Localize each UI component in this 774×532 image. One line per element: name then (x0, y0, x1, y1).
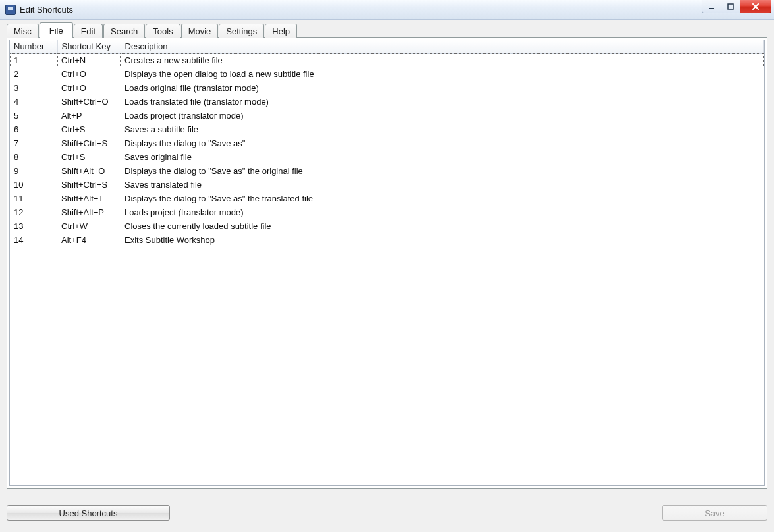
app-icon (5, 5, 16, 15)
maximize-button[interactable] (721, 0, 740, 13)
cell-number: 8 (10, 150, 57, 164)
tab-label: Edit (81, 26, 96, 36)
cell-description: Loads translated file (translator mode) (121, 95, 764, 109)
tab-movie[interactable]: Movie (181, 24, 219, 38)
titlebar: Edit Shortcuts (0, 0, 774, 20)
cell-number: 4 (10, 95, 57, 109)
cell-number: 10 (10, 178, 57, 192)
cell-key: Ctrl+S (57, 150, 121, 164)
cell-key: Ctrl+W (57, 219, 121, 233)
tab-file[interactable]: File (40, 22, 73, 38)
table-row[interactable]: 7Shift+Ctrl+SDisplays the dialog to "Sav… (10, 136, 764, 150)
cell-description: Loads project (translator mode) (121, 109, 764, 122)
save-button[interactable]: Save (662, 505, 767, 521)
cell-key: Shift+Ctrl+S (57, 178, 121, 192)
cell-number: 3 (10, 81, 57, 95)
minimize-button[interactable] (702, 0, 721, 13)
tab-label: File (49, 26, 63, 36)
window-body: Misc File Edit Search Tools Movie Settin… (0, 20, 774, 532)
cell-description: Closes the currently loaded subtitle fil… (121, 219, 764, 233)
tab-label: Help (272, 26, 290, 36)
table-row[interactable]: 5Alt+PLoads project (translator mode) (10, 109, 764, 122)
tab-tools[interactable]: Tools (146, 24, 180, 38)
cell-key: Alt+F4 (57, 233, 121, 247)
cell-number: 14 (10, 233, 57, 247)
cell-number: 2 (10, 67, 57, 81)
table-row[interactable]: 4Shift+Ctrl+OLoads translated file (tran… (10, 95, 764, 109)
svg-rect-1 (728, 4, 733, 9)
cell-key: Shift+Ctrl+O (57, 95, 121, 109)
tab-label: Search (111, 26, 138, 36)
cell-description: Saves a subtitle file (121, 122, 764, 136)
shortcut-table-container: Number Shortcut Key Description 1Ctrl+NC… (9, 40, 765, 486)
cell-key: Shift+Alt+O (57, 164, 121, 178)
cell-key: Shift+Alt+P (57, 205, 121, 219)
tab-settings[interactable]: Settings (219, 24, 264, 38)
bottom-bar: Used Shortcuts Save (7, 489, 767, 525)
svg-rect-0 (709, 8, 714, 9)
table-row[interactable]: 8Ctrl+SSaves original file (10, 150, 764, 164)
table-row[interactable]: 10Shift+Ctrl+SSaves translated file (10, 178, 764, 192)
table-row[interactable]: 1Ctrl+NCreates a new subtitle file (10, 53, 764, 67)
tab-edit[interactable]: Edit (74, 24, 103, 38)
table-row[interactable]: 6Ctrl+SSaves a subtitle file (10, 122, 764, 136)
used-shortcuts-button[interactable]: Used Shortcuts (7, 505, 170, 521)
window-title: Edit Shortcuts (20, 5, 73, 14)
table-header-row: Number Shortcut Key Description (10, 40, 764, 53)
tab-misc[interactable]: Misc (7, 24, 39, 38)
cell-number: 7 (10, 136, 57, 150)
tabstrip: Misc File Edit Search Tools Movie Settin… (7, 22, 767, 38)
tab-label: Misc (14, 26, 32, 36)
cell-key: Ctrl+O (57, 81, 121, 95)
cell-key: Shift+Ctrl+S (57, 136, 121, 150)
cell-description: Loads project (translator mode) (121, 205, 764, 219)
table-row[interactable]: 2Ctrl+ODisplays the open dialog to load … (10, 67, 764, 81)
cell-number: 12 (10, 205, 57, 219)
cell-description: Saves translated file (121, 178, 764, 192)
cell-key: Ctrl+O (57, 67, 121, 81)
shortcut-table: Number Shortcut Key Description 1Ctrl+NC… (10, 40, 764, 247)
cell-key: Shift+Alt+T (57, 192, 121, 205)
column-header-number[interactable]: Number (10, 40, 57, 53)
cell-number: 6 (10, 122, 57, 136)
tab-help[interactable]: Help (265, 24, 297, 38)
column-header-description[interactable]: Description (121, 40, 764, 53)
shortcut-table-panel: Number Shortcut Key Description 1Ctrl+NC… (7, 37, 767, 489)
window-controls (702, 0, 771, 13)
cell-description: Displays the open dialog to load a new s… (121, 67, 764, 81)
table-row[interactable]: 3Ctrl+OLoads original file (translator m… (10, 81, 764, 95)
cell-description: Exits Subtitle Workshop (121, 233, 764, 247)
tab-search[interactable]: Search (103, 24, 145, 38)
table-row[interactable]: 12Shift+Alt+PLoads project (translator m… (10, 205, 764, 219)
close-button[interactable] (740, 0, 771, 13)
cell-key: Ctrl+N (57, 53, 121, 67)
cell-description: Creates a new subtitle file (121, 53, 764, 67)
tab-label: Movie (188, 26, 211, 36)
cell-description: Displays the dialog to "Save as" the tra… (121, 192, 764, 205)
tab-label: Tools (153, 26, 173, 36)
cell-number: 5 (10, 109, 57, 122)
table-row[interactable]: 14Alt+F4Exits Subtitle Workshop (10, 233, 764, 247)
table-row[interactable]: 9Shift+Alt+ODisplays the dialog to "Save… (10, 164, 764, 178)
cell-number: 13 (10, 219, 57, 233)
cell-description: Saves original file (121, 150, 764, 164)
cell-description: Displays the dialog to "Save as" the ori… (121, 164, 764, 178)
cell-number: 1 (10, 53, 57, 67)
cell-description: Loads original file (translator mode) (121, 81, 764, 95)
cell-key: Alt+P (57, 109, 121, 122)
cell-number: 9 (10, 164, 57, 178)
cell-number: 11 (10, 192, 57, 205)
table-row[interactable]: 11Shift+Alt+TDisplays the dialog to "Sav… (10, 192, 764, 205)
cell-description: Displays the dialog to "Save as" (121, 136, 764, 150)
cell-key: Ctrl+S (57, 122, 121, 136)
column-header-shortcut-key[interactable]: Shortcut Key (57, 40, 121, 53)
table-row[interactable]: 13Ctrl+WCloses the currently loaded subt… (10, 219, 764, 233)
tab-label: Settings (226, 26, 257, 36)
